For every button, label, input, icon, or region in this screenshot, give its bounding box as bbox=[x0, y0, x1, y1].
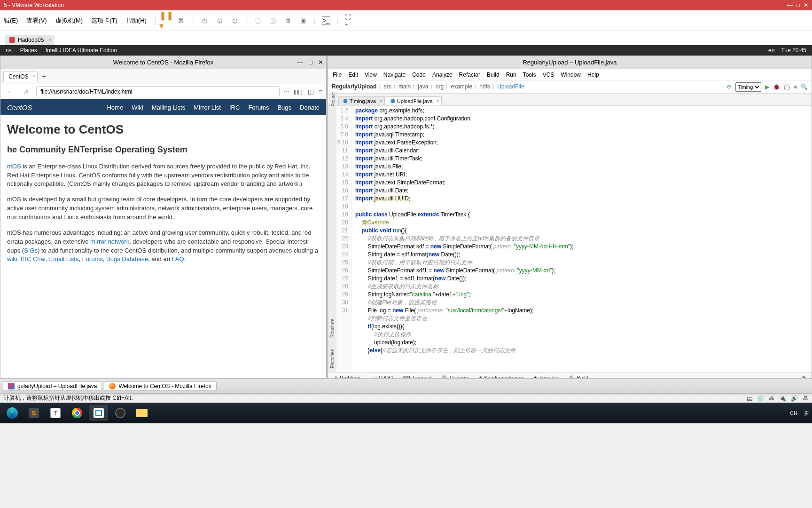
close-icon[interactable]: ✕ bbox=[318, 59, 323, 66]
nav-bugs[interactable]: Bugs bbox=[277, 104, 291, 111]
menu-code[interactable]: Code bbox=[412, 71, 426, 78]
sidebar-favorites[interactable]: Favorites bbox=[330, 349, 335, 368]
code-editor[interactable]: 1 2 3 4 5 6 7 8 9 10 11 12 13 14 15 16 1… bbox=[336, 106, 812, 372]
taskbar-notepad[interactable]: T bbox=[46, 405, 65, 421]
maximize-icon[interactable]: □ bbox=[309, 59, 312, 66]
sidebar-structure[interactable]: Structure bbox=[330, 318, 335, 338]
link-bugsdb[interactable]: Bugs Database bbox=[106, 255, 148, 262]
breadcrumb[interactable]: RegularlyUpload 〉src 〉main 〉java 〉org 〉e… bbox=[332, 83, 524, 91]
taskbar-obs[interactable] bbox=[111, 405, 130, 421]
menu-navigate[interactable]: Navigate bbox=[383, 71, 406, 78]
menu-edit[interactable]: 辑(E) bbox=[4, 16, 18, 25]
minimize-icon[interactable]: — bbox=[297, 59, 303, 66]
link-email[interactable]: Email Lists bbox=[49, 255, 79, 262]
editor-tab-timing[interactable]: Timing.java× bbox=[338, 96, 385, 105]
link-sigs[interactable]: SIGs bbox=[24, 247, 38, 254]
menu-view[interactable]: View bbox=[365, 71, 377, 78]
maximize-icon[interactable]: □ bbox=[796, 2, 800, 8]
build-icon[interactable]: ⟳ bbox=[727, 84, 732, 90]
view-single-icon[interactable]: ▢ bbox=[254, 16, 262, 25]
link-irc[interactable]: IRC Chat bbox=[21, 255, 46, 262]
taskbar-vmware[interactable] bbox=[89, 405, 108, 421]
view-split-icon[interactable]: ◫ bbox=[269, 16, 277, 25]
taskbar-edge[interactable] bbox=[3, 405, 22, 421]
taskbar-sublime[interactable]: S bbox=[24, 405, 43, 421]
gnome-clock[interactable]: Tue 20:45 bbox=[781, 47, 806, 54]
firefox-content[interactable]: CentOS Home Wiki Mailing Lists Mirror Li… bbox=[0, 99, 326, 393]
taskbar-chrome[interactable] bbox=[68, 405, 86, 421]
gnome-lang[interactable]: en bbox=[768, 47, 774, 54]
nav-mailing[interactable]: Mailing Lists bbox=[152, 104, 186, 111]
menu-analyze[interactable]: Analyze bbox=[432, 71, 453, 78]
menu-vcs[interactable]: VCS bbox=[543, 71, 554, 78]
device-sound-icon[interactable]: 🔊 bbox=[791, 395, 798, 402]
close-icon[interactable]: × bbox=[437, 98, 439, 103]
snapshot-take-icon[interactable]: ◴ bbox=[200, 16, 209, 25]
intellij-titlebar[interactable]: RegularlyUpload – UploadFile.java bbox=[328, 56, 812, 69]
link-centos[interactable]: ntOS bbox=[7, 163, 21, 170]
nav-mirror[interactable]: Mirror List bbox=[194, 104, 221, 111]
link-wiki[interactable]: wiki bbox=[7, 255, 17, 262]
menu-run[interactable]: Run bbox=[506, 71, 516, 78]
send-ctrlaltdel-icon[interactable]: ⌘ bbox=[177, 16, 186, 25]
sidebar-project[interactable]: Project bbox=[329, 94, 337, 105]
taskbar-intellij[interactable]: gularlyUpload – UploadFile.java bbox=[3, 381, 102, 391]
menu-help[interactable]: 帮助(H) bbox=[126, 16, 147, 25]
gnome-applications[interactable]: ns bbox=[6, 47, 12, 54]
menu-edit[interactable]: Edit bbox=[348, 71, 358, 78]
fullscreen-icon[interactable]: ⛶ ▾ bbox=[345, 16, 353, 25]
nav-home[interactable]: Home bbox=[107, 104, 123, 111]
nav-forums[interactable]: Forums bbox=[248, 104, 269, 111]
menu-window[interactable]: Window bbox=[561, 71, 581, 78]
run-config-select[interactable]: Timing bbox=[735, 82, 761, 92]
menu-refactor[interactable]: Refactor bbox=[459, 71, 480, 78]
coverage-icon[interactable]: ◯ bbox=[784, 84, 790, 90]
url-input[interactable] bbox=[36, 86, 280, 97]
pause-icon[interactable]: ❚❚ ▾ bbox=[162, 16, 171, 25]
firefox-titlebar[interactable]: Welcome to CentOS - Mozilla Firefox — □ … bbox=[0, 56, 326, 69]
enter-vm-icon[interactable]: >_ bbox=[322, 16, 330, 25]
link-faq[interactable]: FAQ bbox=[172, 255, 184, 262]
tray-ime[interactable]: CH bbox=[790, 410, 797, 416]
close-icon[interactable]: × bbox=[32, 73, 35, 79]
gnome-app-label[interactable]: IntelliJ IDEA Ultimate Edition bbox=[46, 47, 117, 54]
link-mirror[interactable]: mirror network bbox=[90, 238, 129, 245]
menu-help[interactable]: Help bbox=[587, 71, 599, 78]
gnome-places[interactable]: Places bbox=[20, 47, 37, 54]
sidebar-icon[interactable]: ◫ bbox=[308, 88, 314, 95]
home-icon[interactable]: ⌂ bbox=[20, 87, 32, 95]
new-tab-button[interactable]: + bbox=[39, 72, 49, 81]
firefox-tab[interactable]: CentOS × bbox=[3, 71, 38, 82]
nav-wiki[interactable]: Wiki bbox=[132, 104, 143, 111]
stop-icon[interactable]: ■ bbox=[794, 84, 797, 90]
menu-tools[interactable]: Tools bbox=[523, 71, 536, 78]
run-icon[interactable]: ▶ bbox=[765, 84, 769, 90]
close-icon[interactable]: ✕ bbox=[804, 2, 808, 8]
menu-file[interactable]: File bbox=[333, 71, 342, 78]
menu-view[interactable]: 查看(V) bbox=[26, 16, 47, 25]
back-icon[interactable]: ← bbox=[4, 87, 16, 95]
snapshot-revert-icon[interactable]: ◵ bbox=[215, 16, 224, 25]
library-icon[interactable]: ⫿⫿⫿ bbox=[293, 88, 303, 95]
device-net-icon[interactable]: 🖧 bbox=[769, 395, 774, 402]
snapshot-manage-icon[interactable]: ◶ bbox=[230, 16, 239, 25]
view-unity-icon[interactable]: ⧉ bbox=[284, 16, 292, 25]
editor-tab-uploadfile[interactable]: UploadFile.java× bbox=[386, 96, 442, 105]
left-tool-strip[interactable]: Favorites Structure bbox=[328, 106, 336, 372]
menu-icon[interactable]: ≡ bbox=[319, 88, 322, 95]
nav-donate[interactable]: Donate bbox=[300, 104, 320, 111]
device-printer-icon[interactable]: 🖶 bbox=[803, 395, 808, 402]
minimize-icon[interactable]: — bbox=[787, 2, 793, 8]
view-console-icon[interactable]: ▣ bbox=[299, 16, 307, 25]
menu-tabs[interactable]: 选项卡(T) bbox=[91, 16, 117, 25]
search-icon[interactable]: 🔍 bbox=[801, 84, 808, 90]
more-icon[interactable]: ⋯ bbox=[283, 88, 289, 95]
taskbar-explorer[interactable] bbox=[133, 405, 151, 421]
link-forums[interactable]: Forums bbox=[82, 255, 103, 262]
nav-irc[interactable]: IRC bbox=[229, 104, 240, 111]
close-icon[interactable]: × bbox=[48, 37, 51, 42]
debug-icon[interactable]: 🐞 bbox=[773, 84, 780, 90]
close-icon[interactable]: × bbox=[380, 98, 383, 103]
tray-keyboard[interactable]: 拼 bbox=[804, 410, 809, 417]
menu-build[interactable]: Build bbox=[487, 71, 500, 78]
